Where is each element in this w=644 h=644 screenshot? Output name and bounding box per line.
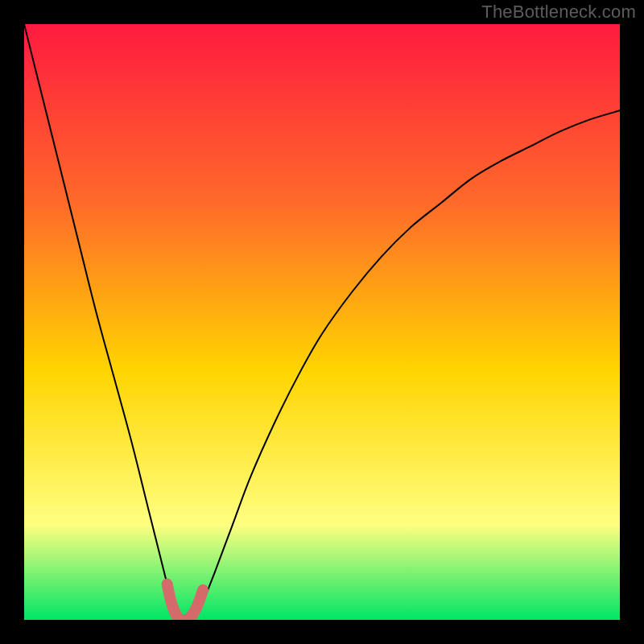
gradient-background xyxy=(24,24,620,620)
bottleneck-plot xyxy=(24,24,620,620)
watermark-text: TheBottleneck.com xyxy=(481,2,636,23)
chart-frame: TheBottleneck.com xyxy=(0,0,644,644)
